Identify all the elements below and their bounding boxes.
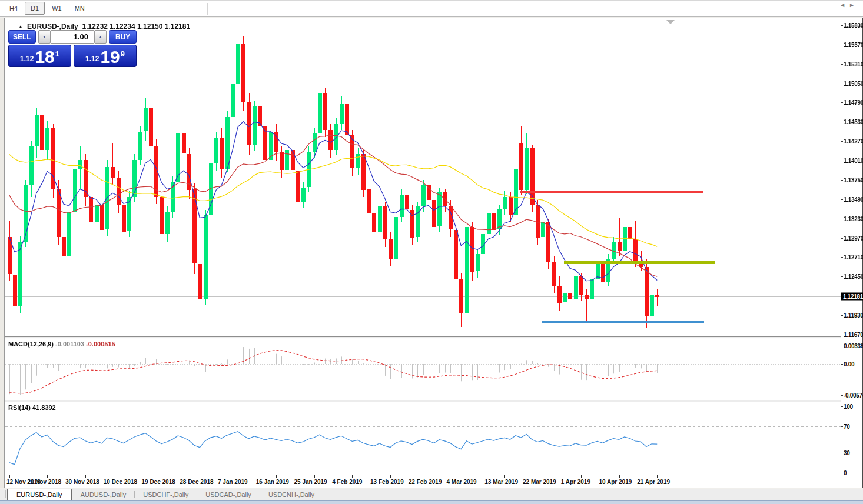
date-axis-tick xyxy=(9,475,10,478)
price-axis-tick xyxy=(841,45,843,45)
date-axis-label: 25 Jan 2019 xyxy=(294,479,327,485)
date-axis-label: 28 Dec 2018 xyxy=(180,479,213,485)
tab-divider xyxy=(323,491,323,498)
price-axis-label: 1.14530 xyxy=(844,119,863,125)
price-axis-label: 1.11930 xyxy=(844,312,863,319)
date-axis-tick xyxy=(429,475,429,478)
rsi-name: RSI(14) xyxy=(8,404,31,411)
price-axis-tick xyxy=(841,335,843,335)
chart-symbol-period: EURUSD-,Daily xyxy=(27,22,78,31)
date-axis-label: 30 Nov 2018 xyxy=(65,479,99,485)
buy-button[interactable]: BUY xyxy=(109,30,137,44)
tabbar-grip[interactable] xyxy=(2,490,6,498)
macd-chart-canvas[interactable] xyxy=(5,339,841,400)
macd-axis-label: 0.003386 xyxy=(844,343,863,349)
one-click-trade-panel: SELL ▼ ▲ BUY 1.12 18 1 1.12 19 9 xyxy=(8,30,137,67)
price-axis-label: 1.15570 xyxy=(844,41,863,48)
price-axis-tick xyxy=(841,315,843,316)
price-axis-tick xyxy=(841,84,843,84)
chart-window: ▲ EURUSD-,Daily 1.12232 1.12234 1.12150 … xyxy=(5,18,863,488)
symbol-tab-eurusd[interactable]: EURUSD-,Daily xyxy=(7,489,72,500)
price-axis-label: 1.13750 xyxy=(844,176,863,183)
timeframe-tab-mn[interactable]: MN xyxy=(69,2,91,15)
price-axis-label: 1.14010 xyxy=(844,158,863,164)
price-axis-label: 1.13230 xyxy=(844,215,863,222)
date-axis-tick xyxy=(581,475,582,478)
price-axis-tick xyxy=(841,276,843,277)
date-axis-label: 21 Apr 2019 xyxy=(637,479,670,485)
date-axis-tick xyxy=(657,475,658,478)
price-axis-label: 1.12710 xyxy=(844,254,863,261)
date-axis-tick xyxy=(200,475,200,478)
date-axis-tick xyxy=(276,475,277,478)
timeframe-tab-h4[interactable]: H4 xyxy=(4,2,24,15)
chart-title: ▲ EURUSD-,Daily 1.12232 1.12234 1.12150 … xyxy=(18,22,190,31)
chart-ohlc-values: 1.12232 1.12234 1.12150 1.12181 xyxy=(82,22,191,31)
price-axis-label: 1.12970 xyxy=(844,235,863,241)
rsi-axis-label: 100 xyxy=(844,403,853,410)
price-axis-label: 1.12450 xyxy=(844,273,863,280)
symbol-tab-audusd[interactable]: AUDUSD-,Daily xyxy=(72,489,135,500)
tab-scroll-left-icon[interactable]: ◄ xyxy=(839,2,849,8)
buy-price-point: 9 xyxy=(121,44,125,65)
chart-shift-marker-icon[interactable] xyxy=(666,20,675,24)
price-axis-label: 1.14270 xyxy=(844,138,863,145)
sell-price-pips: 18 xyxy=(35,49,54,65)
date-axis-tick xyxy=(238,475,238,478)
tab-scroll-right-icon[interactable]: ► xyxy=(849,2,858,8)
timeframe-tabs: H4D1W1MN xyxy=(4,2,91,15)
rsi-axis-label: 70 xyxy=(844,423,850,429)
timeframe-tab-d1[interactable]: D1 xyxy=(25,2,45,15)
buy-quote-button[interactable]: 1.12 19 9 xyxy=(74,45,137,67)
macd-name: MACD(12,26,9) xyxy=(8,341,54,348)
symbol-tab-bar: EURUSD-,DailyAUDUSD-,DailyUSDCHF-,DailyU… xyxy=(0,489,863,500)
macd-axis-tick xyxy=(841,364,843,365)
date-axis-tick xyxy=(619,475,620,478)
timeframe-toolbar: H4D1W1MN xyxy=(0,0,863,17)
price-axis-tick xyxy=(841,141,843,142)
date-axis-label: 16 Jan 2019 xyxy=(256,479,289,485)
rsi-axis-tick xyxy=(841,426,843,427)
sell-quote-button[interactable]: 1.12 18 1 xyxy=(8,45,71,67)
tab-scroll-arrows[interactable]: ◄► xyxy=(839,2,858,8)
date-axis-label: 19 Dec 2018 xyxy=(142,479,175,485)
rsi-chart-canvas[interactable] xyxy=(5,402,841,475)
price-axis-label: 1.15830 xyxy=(844,22,863,29)
volume-increase-button[interactable]: ▲ xyxy=(94,30,107,44)
toolbar-divider xyxy=(207,3,208,15)
date-axis[interactable]: 12 Nov 201821 Nov 201830 Nov 201810 Dec … xyxy=(5,475,862,488)
symbol-tab-usdcad[interactable]: USDCAD-,Daily xyxy=(197,489,260,500)
date-axis-label: 10 Apr 2019 xyxy=(599,479,632,485)
price-axis-tick xyxy=(841,25,843,26)
date-axis-label: 4 Mar 2019 xyxy=(447,479,477,485)
rsi-value: 41.8392 xyxy=(32,404,56,411)
date-axis-tick xyxy=(47,475,48,478)
date-axis-tick xyxy=(390,475,391,478)
price-axis-tick xyxy=(841,238,843,239)
date-axis-label: 21 Nov 2018 xyxy=(27,479,61,485)
price-axis[interactable]: 1.158301.155701.153101.150501.147901.145… xyxy=(841,18,862,475)
symbol-tab-usdchf[interactable]: USDCHF-,Daily xyxy=(135,489,197,500)
trading-terminal: H4D1W1MN ▲ EURUSD-,Daily 1.12232 1.12234… xyxy=(0,0,863,504)
macd-indicator-label: MACD(12,26,9) -0.001103 -0.000515 xyxy=(8,341,115,348)
price-axis-tick xyxy=(841,122,843,122)
buy-price-pips: 19 xyxy=(100,49,120,65)
date-axis-tick xyxy=(543,475,543,478)
rsi-axis-tick xyxy=(841,453,843,453)
macd-axis-label: -0.00574 xyxy=(844,392,863,398)
price-axis-tick xyxy=(841,64,843,65)
timeframe-tab-w1[interactable]: W1 xyxy=(46,2,68,15)
macd-axis-tick xyxy=(841,346,843,346)
date-axis-tick xyxy=(124,475,124,478)
volume-decrease-button[interactable]: ▼ xyxy=(38,30,51,44)
date-axis-label: 1 Apr 2019 xyxy=(561,479,590,485)
date-axis-label: 22 Mar 2019 xyxy=(523,479,556,485)
macd-signal-value: -0.000515 xyxy=(86,341,115,348)
macd-main-value: -0.001103 xyxy=(55,341,84,348)
current-price-tag: 1.12181 xyxy=(841,293,863,301)
trade-panel-quotes: 1.12 18 1 1.12 19 9 xyxy=(8,45,137,67)
sell-button[interactable]: SELL xyxy=(8,30,36,44)
symbol-tab-usdcnh[interactable]: USDCNH-,Daily xyxy=(260,489,323,500)
date-axis-tick xyxy=(352,475,353,478)
volume-input[interactable] xyxy=(51,30,94,44)
